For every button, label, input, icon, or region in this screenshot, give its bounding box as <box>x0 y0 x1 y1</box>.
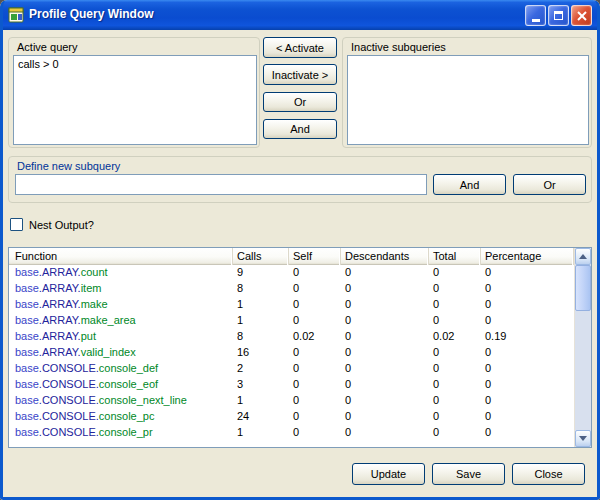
percentage-cell: 0 <box>481 425 574 441</box>
total-cell: 0 <box>429 265 481 281</box>
total-cell: 0 <box>429 313 481 329</box>
calls-cell: 1 <box>233 297 289 313</box>
close-dialog-button[interactable]: Close <box>512 463 585 485</box>
percentage-cell: 0 <box>481 297 574 313</box>
descendants-cell: 0 <box>341 265 429 281</box>
vertical-scrollbar[interactable] <box>574 248 591 447</box>
total-cell: 0 <box>429 281 481 297</box>
nest-output-label: Nest Output? <box>29 219 94 231</box>
function-cell: base.CONSOLE.console_eof <box>9 377 233 393</box>
self-cell: 0 <box>289 393 341 409</box>
total-cell: 0 <box>429 409 481 425</box>
activate-button[interactable]: < Activate <box>263 37 337 58</box>
percentage-cell: 0 <box>481 361 574 377</box>
calls-cell: 9 <box>233 265 289 281</box>
column-header-percentage[interactable]: Percentage <box>481 248 574 265</box>
scrollbar-thumb[interactable] <box>575 265 591 311</box>
close-button[interactable] <box>571 5 592 26</box>
table-row[interactable]: base.CONSOLE.console_eof 3 0 0 0 0 <box>9 377 574 393</box>
scroll-down-button[interactable] <box>575 430 591 447</box>
function-cell: base.ARRAY.make <box>9 297 233 313</box>
profile-table: Function Calls Self Descendants Total Pe… <box>8 247 592 448</box>
self-cell: 0 <box>289 345 341 361</box>
percentage-cell: 0 <box>481 393 574 409</box>
total-cell: 0 <box>429 425 481 441</box>
descendants-cell: 0 <box>341 377 429 393</box>
update-button[interactable]: Update <box>352 463 425 485</box>
table-row[interactable]: base.ARRAY.make_area 1 0 0 0 0 <box>9 313 574 329</box>
descendants-cell: 0 <box>341 281 429 297</box>
calls-cell: 2 <box>233 361 289 377</box>
self-cell: 0 <box>289 361 341 377</box>
percentage-cell: 0 <box>481 265 574 281</box>
close-icon <box>577 11 587 21</box>
total-cell: 0 <box>429 361 481 377</box>
function-cell: base.ARRAY.put <box>9 329 233 345</box>
total-cell: 0.02 <box>429 329 481 345</box>
table-row[interactable]: base.CONSOLE.console_next_line 1 0 0 0 0 <box>9 393 574 409</box>
table-row[interactable]: base.CONSOLE.console_pc 24 0 0 0 0 <box>9 409 574 425</box>
or-transfer-button[interactable]: Or <box>263 92 337 112</box>
percentage-cell: 0 <box>481 345 574 361</box>
table-row[interactable]: base.ARRAY.valid_index 16 0 0 0 0 <box>9 345 574 361</box>
titlebar[interactable]: Profile Query Window <box>0 0 600 30</box>
nest-output-checkbox[interactable] <box>10 218 23 231</box>
active-query-list[interactable]: calls > 0 <box>13 55 257 145</box>
percentage-cell: 0 <box>481 281 574 297</box>
calls-cell: 1 <box>233 393 289 409</box>
function-cell: base.CONSOLE.console_pc <box>9 409 233 425</box>
app-icon <box>8 7 24 23</box>
table-row[interactable]: base.CONSOLE.console_pr 1 0 0 0 0 <box>9 425 574 441</box>
descendants-cell: 0 <box>341 409 429 425</box>
active-query-label: Active query <box>17 41 78 53</box>
subquery-input[interactable] <box>15 174 427 195</box>
descendants-cell: 0 <box>341 393 429 409</box>
descendants-cell: 0 <box>341 313 429 329</box>
and-subquery-button[interactable]: And <box>433 174 506 195</box>
table-row[interactable]: base.ARRAY.make 1 0 0 0 0 <box>9 297 574 313</box>
self-cell: 0 <box>289 425 341 441</box>
calls-cell: 1 <box>233 425 289 441</box>
inactive-subqueries-list[interactable] <box>347 55 589 145</box>
self-cell: 0 <box>289 281 341 297</box>
window-controls <box>525 5 592 26</box>
minimize-icon <box>532 19 540 22</box>
save-button[interactable]: Save <box>432 463 505 485</box>
percentage-cell: 0 <box>481 313 574 329</box>
active-query-group: Active query calls > 0 <box>8 37 260 148</box>
self-cell: 0 <box>289 409 341 425</box>
column-header-calls[interactable]: Calls <box>233 248 289 265</box>
define-subquery-label: Define new subquery <box>17 160 120 172</box>
function-cell: base.ARRAY.make_area <box>9 313 233 329</box>
scroll-up-icon <box>579 254 587 259</box>
or-subquery-button[interactable]: Or <box>513 174 586 195</box>
table-row[interactable]: base.CONSOLE.console_def 2 0 0 0 0 <box>9 361 574 377</box>
calls-cell: 8 <box>233 281 289 297</box>
total-cell: 0 <box>429 297 481 313</box>
function-cell: base.ARRAY.item <box>9 281 233 297</box>
column-header-function[interactable]: Function <box>9 248 233 265</box>
table-row[interactable]: base.ARRAY.put 8 0.02 0 0.02 0.19 <box>9 329 574 345</box>
column-header-descendants[interactable]: Descendants <box>341 248 429 265</box>
calls-cell: 24 <box>233 409 289 425</box>
table-row[interactable]: base.ARRAY.item 8 0 0 0 0 <box>9 281 574 297</box>
active-query-item[interactable]: calls > 0 <box>14 56 256 72</box>
function-cell: base.ARRAY.count <box>9 265 233 281</box>
inactivate-button[interactable]: Inactivate > <box>263 64 337 85</box>
scroll-down-icon <box>579 436 587 441</box>
self-cell: 0 <box>289 265 341 281</box>
function-cell: base.CONSOLE.console_pr <box>9 425 233 441</box>
and-transfer-button[interactable]: And <box>263 119 337 139</box>
maximize-button[interactable] <box>548 5 569 26</box>
percentage-cell: 0 <box>481 377 574 393</box>
scroll-up-button[interactable] <box>575 248 591 265</box>
minimize-button[interactable] <box>525 5 546 26</box>
descendants-cell: 0 <box>341 345 429 361</box>
total-cell: 0 <box>429 377 481 393</box>
self-cell: 0.02 <box>289 329 341 345</box>
descendants-cell: 0 <box>341 361 429 377</box>
column-header-total[interactable]: Total <box>429 248 481 265</box>
table-row[interactable]: base.ARRAY.count 9 0 0 0 0 <box>9 265 574 281</box>
column-header-self[interactable]: Self <box>289 248 341 265</box>
inactive-subqueries-label: Inactive subqueries <box>351 41 446 53</box>
